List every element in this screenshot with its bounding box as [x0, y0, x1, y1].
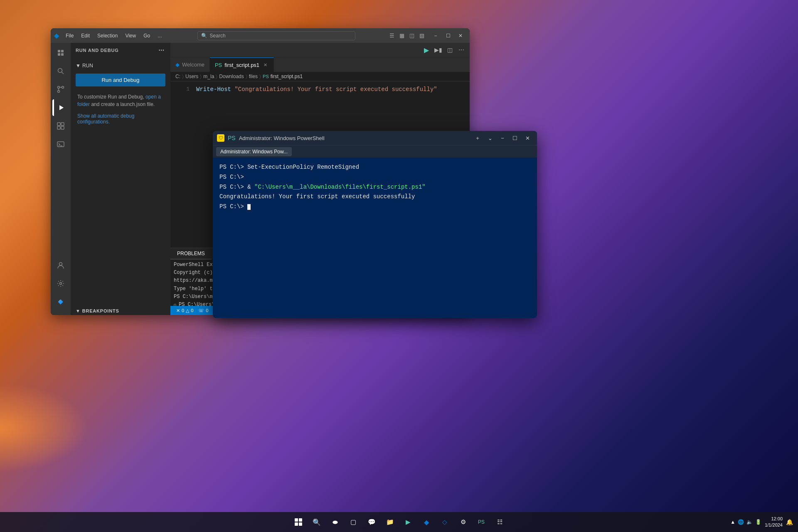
start-button[interactable] [290, 514, 307, 530]
svg-rect-12 [57, 126, 60, 129]
breakpoints-collapse-icon: ▼ [76, 308, 81, 313]
code-space [231, 85, 234, 94]
layout-icon[interactable]: ▧ [417, 31, 426, 40]
ps-cmd-1: Set-ExecutionPolicy RemoteSigned [247, 164, 359, 170]
svg-line-5 [62, 72, 64, 74]
sidebar-toggle-icon[interactable]: ☰ [387, 31, 397, 40]
run-script-button[interactable]: ▶ [421, 45, 431, 55]
ps-prompt-2: PS C:\> [219, 174, 244, 180]
taskbar-chat-button[interactable]: 💬 [363, 514, 380, 530]
breadcrumb-c[interactable]: C: [175, 74, 180, 79]
maximize-button[interactable]: ☐ [442, 31, 454, 40]
battery-icon[interactable]: 🔋 [755, 519, 761, 525]
ps-minimize-button[interactable]: − [497, 133, 508, 143]
ps-shield-icon: 🛡 [217, 134, 224, 142]
split-editor-icon[interactable]: ◫ [407, 31, 416, 40]
breadcrumb-users[interactable]: Users [185, 74, 198, 79]
taskbar-powershell-icon[interactable]: PS [473, 514, 490, 530]
ps-line-5: PS C:\> [219, 202, 530, 212]
breadcrumb-sep-2: 〉 [200, 74, 202, 79]
taskbar-vscode-icon[interactable]: ◇ [436, 514, 453, 530]
run-section: ▼ RUN Run and Debug To customize Run and… [71, 58, 170, 307]
chevron-up-icon[interactable]: ▲ [730, 519, 735, 525]
taskbar-search-button[interactable]: 🔍 [308, 514, 325, 530]
menu-selection[interactable]: Selection [94, 31, 121, 40]
ps-tab-more-button[interactable]: ⌄ [485, 133, 495, 143]
menu-go[interactable]: Go [140, 31, 153, 40]
activity-source-control-icon[interactable] [52, 81, 69, 98]
svg-point-8 [58, 91, 60, 93]
activity-terminal-icon[interactable] [52, 136, 69, 153]
search-box[interactable]: 🔍 Search [197, 31, 355, 40]
menu-more[interactable]: ... [154, 31, 165, 40]
taskbar-taskview-button[interactable]: ⬬ [327, 514, 343, 530]
menu-view[interactable]: View [122, 31, 139, 40]
tab-welcome-label: Welcome [182, 62, 204, 68]
breadcrumb-files[interactable]: files [249, 74, 258, 79]
search-placeholder: Search [210, 33, 226, 39]
ps-tab-bar: Administrator: Windows Pow... [213, 145, 537, 158]
line-number-1: 1 [177, 85, 190, 94]
ps-close-button[interactable]: ✕ [522, 133, 533, 143]
ps-line-2: PS C:\> [219, 172, 530, 182]
message-count: 0 [206, 308, 208, 313]
activity-search-icon[interactable] [52, 63, 69, 79]
menu-file[interactable]: File [62, 31, 77, 40]
svg-rect-2 [58, 53, 60, 56]
notification-icon[interactable]: 🔔 [786, 519, 793, 525]
activity-run-debug-icon[interactable] [52, 99, 69, 116]
tab-welcome[interactable]: ◆ Welcome [170, 57, 210, 72]
taskbar-edge-icon[interactable]: ◆ [418, 514, 435, 530]
breadcrumb-mla[interactable]: m_la [203, 74, 214, 79]
error-count: 0 [182, 308, 184, 313]
warning-count: 0 [191, 308, 193, 313]
breakpoints-header[interactable]: ▼ BREAKPOINTS [71, 307, 170, 315]
ps-content[interactable]: PS C:\> Set-ExecutionPolicy RemoteSigned… [213, 158, 537, 318]
activity-debug-status-icon[interactable]: 🔷 [52, 293, 69, 310]
svg-rect-10 [57, 123, 60, 126]
tab-first-script[interactable]: PS first_script.ps1 ✕ [210, 57, 274, 72]
sidebar-header: RUN AND DEBUG ⋯ [71, 43, 170, 58]
close-button[interactable]: ✕ [455, 31, 466, 40]
ps-titlebar-controls: + ⌄ − ☐ ✕ [472, 133, 533, 143]
panel-toggle-icon[interactable]: ▦ [397, 31, 406, 40]
taskbar-widgets-button[interactable]: ▢ [345, 514, 362, 530]
ps-tab-add-button[interactable]: + [472, 133, 483, 143]
menu-edit[interactable]: Edit [78, 31, 93, 40]
taskbar-settings-icon[interactable]: ⚙ [455, 514, 471, 530]
panel-tab-problems[interactable]: PROBLEMS [170, 248, 212, 259]
activity-bar: 🔷 [51, 43, 71, 315]
run-header[interactable]: ▼ RUN [71, 61, 170, 70]
tab-close-button[interactable]: ✕ [262, 62, 268, 68]
message-icon: ☏ [198, 308, 204, 313]
ps-terminal-icon: PS [228, 135, 236, 141]
ps-cmd-ampersand: & [247, 184, 254, 190]
sidebar-header-icons: ⋯ [157, 46, 165, 54]
ps-cursor [247, 204, 251, 210]
run-and-debug-button[interactable]: Run and Debug [76, 74, 165, 86]
status-messages[interactable]: ☏ 0 [196, 308, 211, 313]
activity-extensions-icon[interactable] [52, 118, 69, 134]
taskbar-apps-icon[interactable]: ☷ [491, 514, 508, 530]
volume-icon[interactable]: 🔈 [746, 519, 753, 525]
window-controls: − ☐ ✕ [430, 31, 466, 40]
more-actions-button[interactable]: ⋯ [456, 45, 466, 55]
show-debug-configs-link[interactable]: Show all automatic debug configurations. [71, 111, 170, 126]
sidebar-more-options[interactable]: ⋯ [157, 46, 165, 54]
activity-settings-icon[interactable] [52, 275, 69, 292]
activity-explorer-icon[interactable] [52, 44, 69, 61]
taskbar-explorer-icon[interactable]: 📁 [382, 514, 398, 530]
run-in-debug-button[interactable]: ▶▮ [433, 45, 443, 55]
activity-account-icon[interactable] [52, 257, 69, 273]
split-terminal-button[interactable]: ◫ [445, 45, 455, 55]
ps-prompt-5: PS C:\> [219, 203, 247, 210]
status-errors[interactable]: ✕ 0 △ 0 [174, 308, 196, 313]
taskbar-terminal-icon[interactable]: ▶ [400, 514, 416, 530]
ps-tab-admin[interactable]: Administrator: Windows Pow... [216, 147, 292, 156]
taskbar-right: ▲ 🌐 🔈 🔋 12:00 1/1/2024 🔔 [730, 516, 793, 529]
breadcrumb-downloads[interactable]: Downloads [219, 74, 244, 79]
taskbar-clock[interactable]: 12:00 1/1/2024 [765, 516, 783, 529]
network-icon[interactable]: 🌐 [738, 519, 744, 525]
ps-maximize-button[interactable]: ☐ [510, 133, 520, 143]
minimize-button[interactable]: − [430, 31, 441, 40]
